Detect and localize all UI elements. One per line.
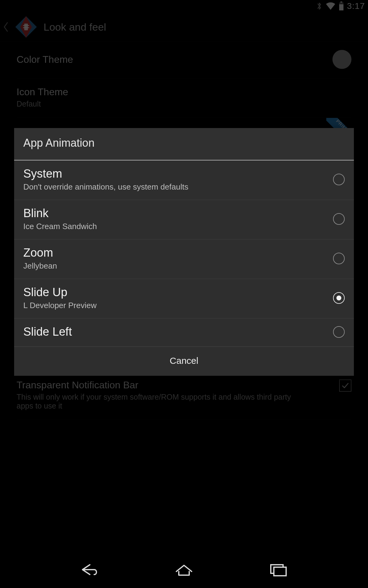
- dialog-title: App Animation: [14, 128, 354, 160]
- option-slide-up[interactable]: Slide Up L Developer Preview: [14, 279, 354, 318]
- option-subtitle: Don't override animations, use system de…: [23, 182, 188, 192]
- app-animation-dialog: App Animation System Don't override anim…: [14, 128, 354, 376]
- nav-back-button[interactable]: [76, 560, 103, 579]
- nav-home-button[interactable]: [171, 560, 197, 579]
- radio-icon[interactable]: [333, 213, 345, 225]
- nav-recents-button[interactable]: [265, 560, 292, 579]
- option-subtitle: Jellybean: [23, 261, 57, 271]
- option-zoom[interactable]: Zoom Jellybean: [14, 239, 354, 279]
- radio-icon[interactable]: [333, 292, 345, 304]
- option-title: Slide Left: [23, 325, 72, 338]
- radio-icon[interactable]: [333, 326, 345, 338]
- cancel-button[interactable]: Cancel: [14, 347, 354, 376]
- option-system[interactable]: System Don't override animations, use sy…: [14, 160, 354, 200]
- radio-icon[interactable]: [333, 174, 345, 185]
- option-title: Slide Up: [23, 286, 97, 299]
- option-title: Blink: [23, 207, 97, 220]
- option-slide-left[interactable]: Slide Left: [14, 318, 354, 347]
- navigation-bar: [0, 551, 368, 588]
- option-blink[interactable]: Blink Ice Cream Sandwich: [14, 200, 354, 239]
- option-subtitle: Ice Cream Sandwich: [23, 222, 97, 231]
- svg-rect-9: [274, 567, 286, 576]
- option-title: Zoom: [23, 246, 57, 259]
- radio-icon[interactable]: [333, 253, 345, 264]
- option-subtitle: L Developer Preview: [23, 301, 97, 310]
- option-title: System: [23, 167, 188, 180]
